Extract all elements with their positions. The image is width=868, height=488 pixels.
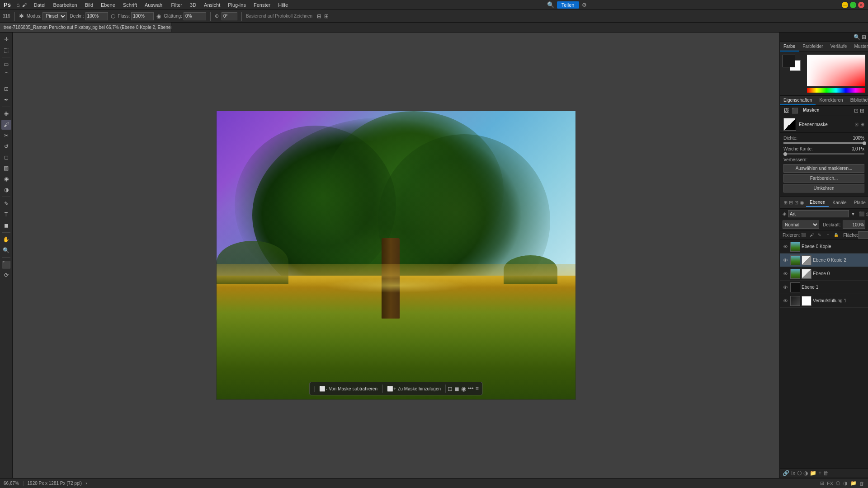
layer-item-3[interactable]: 👁 Ebene 1	[780, 281, 868, 294]
layer-item-0[interactable]: 👁 Ebene 0 Kopie	[780, 240, 868, 253]
layers-icon1[interactable]: ⊞	[783, 200, 788, 206]
filter-pixel-icon[interactable]: ⬛	[859, 211, 864, 216]
pen-tool[interactable]: ✎	[1, 199, 11, 209]
crop-tool[interactable]: ⊡	[1, 84, 11, 94]
tab-farbfelder[interactable]: Farbfelder	[799, 42, 827, 52]
panel-icon[interactable]: ≡	[476, 385, 479, 392]
menu-hilfe[interactable]: Hilfe	[274, 1, 292, 9]
pressure-hint-icon1[interactable]: ⊟	[317, 13, 321, 19]
menu-fenster[interactable]: Fenster	[250, 1, 274, 9]
brush-mode-icon[interactable]: ✱	[19, 13, 24, 19]
fill-input[interactable]: 100%	[858, 231, 868, 239]
menu-auswahl[interactable]: Auswahl	[141, 1, 167, 9]
eyedropper-tool[interactable]: ✒	[1, 95, 11, 105]
move-tool[interactable]: ✛	[1, 34, 11, 44]
ebenmaske-thumb[interactable]	[783, 118, 796, 131]
document-tab[interactable]: tree-7186835_Ramon Perucho auf Pixabay.j…	[0, 23, 172, 32]
ebenmaske-icon2[interactable]: ⊞	[860, 122, 864, 127]
tab-ebenen[interactable]: Ebenen	[806, 198, 829, 207]
text-tool[interactable]: T	[1, 210, 11, 220]
lock-all-icon[interactable]: 🔒	[832, 231, 840, 239]
color-gradient-picker[interactable]	[807, 55, 865, 86]
window-maximize[interactable]: □	[850, 2, 856, 8]
ebenmaske-icon1[interactable]: ⊡	[854, 122, 859, 127]
hand-tool[interactable]: ✋	[1, 235, 11, 244]
layers-icon4[interactable]: ◉	[800, 200, 804, 206]
foreground-color[interactable]: ⬛	[1, 259, 11, 269]
add-link-icon[interactable]: 🔗	[783, 470, 789, 476]
modus-select[interactable]: Pinsel	[42, 12, 67, 20]
layer-item-4[interactable]: 👁 Verlaufsfüllung 1	[780, 294, 868, 308]
filter-dropdown-icon[interactable]: ▼	[851, 211, 855, 216]
layer-eye-4[interactable]: 👁	[782, 297, 789, 305]
prop-layer-icon[interactable]: ⬛	[792, 108, 798, 114]
menu-3d[interactable]: 3D	[186, 1, 200, 9]
eraser-tool[interactable]: ◻	[1, 152, 11, 162]
delete-layer-icon[interactable]: 🗑	[823, 470, 829, 476]
menu-bild[interactable]: Bild	[81, 1, 97, 9]
status-icon5[interactable]: 📁	[850, 480, 857, 486]
prop-icon2[interactable]: ⊞	[860, 108, 864, 114]
menu-filter[interactable]: Filter	[168, 1, 186, 9]
share-button[interactable]: Teilen	[557, 1, 579, 9]
rotate-view[interactable]: ⟳	[1, 270, 11, 280]
selection-tool[interactable]: ▭	[1, 59, 11, 69]
mask-overlay-icon[interactable]: ◼	[454, 385, 459, 392]
layer-item-1[interactable]: 👁 Ebene 0 Kopie 2	[780, 253, 868, 267]
clone-tool[interactable]: ✂	[1, 131, 11, 141]
status-icon4[interactable]: ◑	[843, 480, 848, 486]
add-adjustment-icon[interactable]: ◑	[803, 470, 808, 476]
layers-filter-input[interactable]	[788, 210, 849, 217]
menu-plugins[interactable]: Plug-ins	[224, 1, 250, 9]
gradient-tool[interactable]: ▨	[1, 163, 11, 173]
layer-eye-1[interactable]: 👁	[782, 257, 789, 264]
lock-paint-icon[interactable]: 🖌	[808, 231, 815, 239]
color-spectrum-bar[interactable]	[807, 88, 865, 93]
subtract-from-mask-button[interactable]: ⬜- Von Maske subtrahieren	[316, 385, 380, 393]
menu-schrift[interactable]: Schrift	[119, 1, 141, 9]
arrow-right-icon[interactable]: ›	[85, 481, 87, 486]
dodge-tool[interactable]: ◑	[1, 185, 11, 195]
prop-img-icon[interactable]: 🖼	[783, 108, 789, 114]
layers-icon2[interactable]: ⊟	[789, 200, 793, 206]
menu-bearbeiten[interactable]: Bearbeiten	[49, 1, 80, 9]
search-icon[interactable]: 🔍	[547, 1, 554, 8]
add-mask-icon[interactable]: ⬡	[797, 470, 802, 476]
farbbereich-button[interactable]: Farbbereich...	[783, 174, 864, 183]
add-to-mask-button[interactable]: ⬜+ Zu Maske hinzufügen	[384, 385, 443, 393]
shape-tool[interactable]: ◼	[1, 221, 11, 230]
blend-mode-select[interactable]: Normal	[783, 221, 819, 229]
tab-verlaufe[interactable]: Verläufe	[827, 42, 851, 52]
tab-pfade[interactable]: Pfade	[850, 199, 868, 206]
filter-adj-icon[interactable]: ◑	[866, 211, 868, 216]
layers-icon3[interactable]: ⊡	[794, 200, 798, 206]
window-minimize[interactable]: —	[842, 2, 848, 8]
dichte-slider[interactable]	[783, 142, 864, 144]
status-icon6[interactable]: 🗑	[859, 481, 864, 486]
tab-muster[interactable]: Muster	[850, 42, 868, 52]
status-icon3[interactable]: ⬡	[836, 480, 840, 486]
status-icon2[interactable]: FX	[827, 481, 833, 486]
opacity-input[interactable]: 100%	[843, 221, 865, 229]
layer-eye-0[interactable]: 👁	[782, 243, 789, 250]
tab-farbe[interactable]: Farbe	[780, 42, 799, 52]
umkehren-button[interactable]: Umkehren	[783, 184, 864, 192]
tab-kanale[interactable]: Kanäle	[829, 199, 850, 206]
panel-layout-icon[interactable]: ⊞	[862, 34, 866, 40]
lasso-tool[interactable]: ⌒	[1, 70, 11, 80]
menu-ansicht[interactable]: Ansicht	[200, 1, 224, 9]
fluss-input[interactable]: 100%	[131, 12, 154, 20]
home-icon[interactable]: ⌂	[16, 1, 20, 8]
mask-view-icon[interactable]: ⊡	[448, 385, 453, 392]
blur-tool[interactable]: ◉	[1, 174, 11, 184]
mask-enable-icon[interactable]: ◉	[461, 385, 466, 392]
layer-eye-2[interactable]: 👁	[782, 270, 789, 277]
zoom-tool[interactable]: 🔍	[1, 245, 11, 255]
menu-ebene[interactable]: Ebene	[97, 1, 119, 9]
angle-icon[interactable]: ⊕	[215, 13, 219, 19]
glattung-input[interactable]: 0%	[184, 12, 206, 20]
tab-korrekturen[interactable]: Korrekturen	[816, 96, 846, 105]
panel-search-icon[interactable]: 🔍	[854, 34, 860, 40]
add-group-icon[interactable]: 📁	[810, 470, 816, 476]
window-close[interactable]: ✕	[858, 2, 864, 8]
